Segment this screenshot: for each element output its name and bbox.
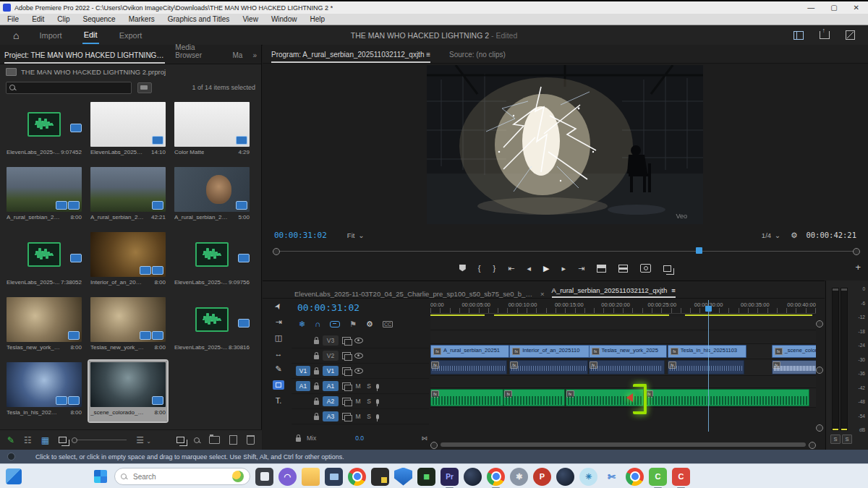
lock-icon[interactable] xyxy=(296,437,301,442)
track-v2-lane[interactable] xyxy=(430,330,816,344)
selection-tool[interactable]: ➤ xyxy=(273,301,284,311)
lock-icon[interactable] xyxy=(314,416,319,420)
timeline-ruler[interactable]: 00:0000:00:05:00 00:00:10:0000:00:15:00 … xyxy=(430,300,816,308)
trim-in-cursor[interactable] xyxy=(633,384,647,414)
extract-icon[interactable] xyxy=(618,265,628,273)
lock-icon[interactable] xyxy=(314,355,319,359)
project-item[interactable]: Teslas_new_york_202...8:00 xyxy=(5,296,83,356)
solo-button[interactable]: S xyxy=(365,413,373,420)
taskbar-search-input[interactable] xyxy=(132,472,221,481)
freeform-view-icon[interactable] xyxy=(59,437,67,443)
pc-settings-icon[interactable] xyxy=(325,468,343,486)
timeline-clip-audio[interactable]: fx xyxy=(668,360,744,374)
tab-import[interactable]: Import xyxy=(38,27,63,43)
tab-project[interactable]: Project: THE MAN WHO HACKED LIGHTNING 2 … xyxy=(4,51,165,64)
timeline-timecode[interactable]: 00:00:31:02 xyxy=(292,300,429,313)
panel-menu-icon[interactable]: ≡ xyxy=(671,286,676,294)
track-select-tool[interactable]: ⇥ xyxy=(275,317,281,327)
premiere-pro-taskbar-icon[interactable]: Pr xyxy=(441,468,459,486)
tab-sequence-active[interactable]: A_rural_serbian_202511032112_qxjth≡ xyxy=(552,286,676,298)
project-item[interactable]: ElevenLabs_2025-...9:07452 xyxy=(5,100,83,161)
export-frame-icon[interactable] xyxy=(640,264,651,273)
notepad-icon[interactable] xyxy=(371,468,389,486)
vscroll-handle[interactable] xyxy=(816,320,823,328)
track-a1-button[interactable]: A1 xyxy=(323,381,339,391)
teams-chat-icon[interactable]: ◠ xyxy=(278,468,297,486)
track-output-eye-icon[interactable] xyxy=(354,353,363,359)
timeline-clip-video[interactable]: fxTeslas_new_york_2025 xyxy=(589,345,668,358)
timeline-marker-icon[interactable]: ⚑ xyxy=(349,320,357,329)
tab-overflow-icon[interactable]: » xyxy=(252,51,257,64)
track-a1-lane[interactable]: fx fx fx fx fx xyxy=(430,359,816,376)
tab-sequence-inactive[interactable]: ElevenLabs_2025-11-03T20_04_25_Charlie_p… xyxy=(294,290,533,298)
voiceover-mic-icon[interactable] xyxy=(376,399,379,404)
button-editor-icon[interactable]: + xyxy=(855,262,861,273)
fit-timeline-icon[interactable]: ⋈ xyxy=(422,435,428,442)
voiceover-mic-icon[interactable] xyxy=(376,384,379,389)
hscroll-handle-right[interactable] xyxy=(809,442,816,449)
linked-selection-icon[interactable] xyxy=(330,321,340,328)
breadcrumb-project-name[interactable]: THE MAN WHO HACKED LIGHTNING 2.prproj xyxy=(21,68,166,76)
track-a2-lane[interactable] xyxy=(430,376,816,388)
project-item[interactable]: A_rural_serbian_202...42:21 xyxy=(89,166,167,226)
delete-icon[interactable] xyxy=(247,435,255,445)
project-item[interactable]: ElevenLabs_2025-...8:30816 xyxy=(173,296,251,356)
panel-menu-icon[interactable]: ≡ xyxy=(165,51,166,59)
slip-tool[interactable]: ↔ xyxy=(275,349,283,358)
settings-wrench-icon[interactable]: ⚙ xyxy=(791,231,797,239)
filter-bin-icon[interactable] xyxy=(137,82,152,93)
nest-toggle-icon[interactable]: ❄ xyxy=(299,320,305,329)
project-item[interactable]: Interior_of_an_202511...8:00 xyxy=(89,231,167,291)
lock-icon[interactable] xyxy=(314,385,319,390)
type-tool[interactable]: T. xyxy=(276,396,282,405)
project-item[interactable]: Tesla_in_his_2025110...8:00 xyxy=(5,361,83,421)
play-button[interactable]: ▶ xyxy=(543,264,549,273)
tab-edit[interactable]: Edit xyxy=(82,27,99,44)
zoom-slider[interactable] xyxy=(76,440,127,440)
project-item-selected[interactable]: _scene_colorado_2025...8:00 xyxy=(89,361,167,421)
rectangle-tool-active[interactable] xyxy=(273,380,284,390)
track-v3-lane[interactable] xyxy=(430,317,816,330)
quick-export-icon[interactable] xyxy=(820,31,830,39)
lock-icon[interactable] xyxy=(314,340,319,344)
timeline-playhead-line[interactable] xyxy=(708,300,709,432)
edit-original-icon[interactable]: ✎ xyxy=(7,435,14,445)
resolution-dropdown[interactable]: 1/4⌄ xyxy=(762,231,780,239)
solo-left-button[interactable]: S xyxy=(830,435,841,444)
track-a2-button[interactable]: A2 xyxy=(323,396,339,406)
scrub-zoom-handle-left[interactable] xyxy=(273,248,280,255)
timeline-clip-video[interactable]: fxInterior_of_an_2025110 xyxy=(509,345,590,358)
menu-edit[interactable]: Edit xyxy=(32,15,44,23)
lift-icon[interactable] xyxy=(597,265,606,273)
new-item-icon[interactable] xyxy=(229,435,237,445)
solo-button[interactable]: S xyxy=(365,382,373,390)
icon-view-icon[interactable]: ▦ xyxy=(41,435,49,445)
project-item[interactable]: ElevenLabs_2025-...9:09756 xyxy=(173,231,251,291)
tab-close-icon[interactable]: × xyxy=(540,290,545,298)
menu-window[interactable]: Window xyxy=(271,15,297,23)
timeline-clip-audio[interactable]: fx xyxy=(589,360,665,374)
mute-button[interactable]: M xyxy=(354,398,362,405)
timeline-playhead[interactable] xyxy=(705,306,712,312)
sphere-app-icon[interactable] xyxy=(556,468,574,486)
terminal-icon[interactable]: ▩ xyxy=(417,468,435,486)
project-item[interactable]: ElevenLabs_2025-11-...14:10 xyxy=(89,100,167,161)
mute-button[interactable]: M xyxy=(354,382,362,390)
vscroll-handle[interactable] xyxy=(816,367,823,374)
chrome-badged-icon[interactable] xyxy=(626,468,644,486)
go-to-out-icon[interactable]: ⇥ xyxy=(578,264,584,273)
sphere-app-icon[interactable] xyxy=(464,468,482,486)
add-marker-icon[interactable] xyxy=(459,265,466,273)
sync-lock-icon[interactable] xyxy=(342,382,351,390)
mute-button[interactable]: M xyxy=(354,413,362,420)
ai-app-icon[interactable]: ✳ xyxy=(579,468,597,486)
source-v1-button[interactable]: V1 xyxy=(296,366,310,376)
timeline-clip-audio[interactable]: fx xyxy=(430,360,507,374)
track-v1-lane[interactable]: fxA_rural_serbian_20251 fxInterior_of_an… xyxy=(430,344,816,359)
step-back-icon[interactable]: ◂ xyxy=(527,264,531,273)
menu-clip[interactable]: Clip xyxy=(57,15,69,23)
ruler-ticks[interactable] xyxy=(430,308,816,314)
timeline-clip-audio-selected[interactable]: fx xyxy=(772,360,816,374)
mark-in-icon[interactable]: { xyxy=(478,264,481,273)
file-explorer-icon[interactable] xyxy=(302,468,320,486)
